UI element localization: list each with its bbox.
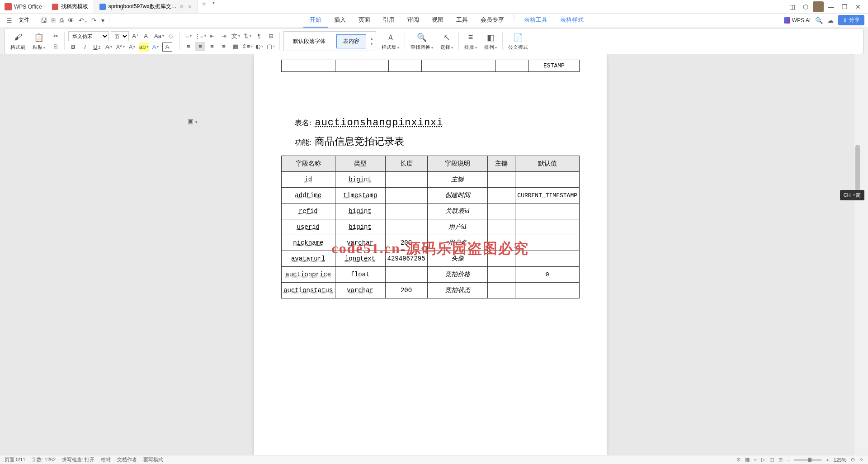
style-table-content[interactable]: 表内容 (336, 34, 366, 48)
status-proof[interactable]: 校对 (101, 456, 111, 463)
select-group[interactable]: ↖ 选择▾ (439, 32, 455, 51)
table-row[interactable]: auctionstatusvarchar200竞拍状态 (282, 283, 580, 298)
more-icon[interactable]: ▾ (101, 17, 104, 24)
align-left-icon[interactable]: ≡ (184, 42, 193, 51)
td-default[interactable] (515, 219, 580, 235)
status-page[interactable]: 页面 0/11 (5, 456, 25, 463)
view-icon-4[interactable]: ▷ (761, 457, 765, 463)
grow-font-icon[interactable]: A⁺ (131, 32, 141, 41)
td-field[interactable]: nickname (282, 235, 335, 251)
table-row[interactable]: refidbigint关联表id (282, 204, 580, 219)
redo-icon[interactable]: ↷ (91, 17, 97, 24)
td-length[interactable] (385, 219, 427, 235)
td-type[interactable]: bigint (335, 204, 385, 219)
number-list-icon[interactable]: ⋮≡▾ (195, 32, 205, 41)
td-pk[interactable] (487, 172, 515, 188)
zoom-value[interactable]: 125% (834, 457, 846, 463)
ime-indicator[interactable]: CH ♂简 (840, 190, 864, 200)
export-icon[interactable]: ⎘ (52, 17, 55, 24)
cloud-icon[interactable]: ☁ (827, 17, 834, 24)
style-default-para[interactable]: 默认段落字体 (287, 35, 332, 48)
view-icon-1[interactable]: ⊙ (736, 457, 741, 463)
td-default[interactable]: CURRENT_TIMESTAMP (515, 188, 580, 204)
zoom-slider[interactable] (794, 459, 821, 461)
table-row[interactable]: useridbigint用户id (282, 219, 580, 235)
table-border-icon[interactable]: ▢▾ (266, 42, 276, 51)
tab-table-tools[interactable]: 表格工具 (518, 13, 554, 28)
table-label[interactable]: 表名: (295, 118, 311, 128)
td-type[interactable]: timestamp (335, 188, 385, 204)
avatar[interactable] (813, 1, 824, 12)
td-field[interactable]: id (282, 172, 335, 188)
document-page[interactable]: ESTAMP 表名: auctionshangpinxinxi 功能: 商品信息… (254, 54, 607, 455)
box-icon[interactable]: ⬡ (799, 0, 812, 13)
td-pk[interactable] (487, 267, 515, 283)
close-button[interactable]: ✕ (852, 0, 864, 13)
td-field[interactable]: auctionstatus (282, 283, 335, 298)
td-desc[interactable]: 头像 (427, 251, 487, 267)
undo-icon[interactable]: ↶▾ (79, 17, 87, 24)
style-set-group[interactable]: Ａ 样式集▾ (380, 32, 401, 51)
align-justify-icon[interactable]: ≡ (219, 42, 229, 51)
status-extra-2[interactable]: ✧ (859, 457, 863, 463)
td-type[interactable]: varchar (335, 235, 385, 251)
copy-icon[interactable]: ⎘ (51, 42, 61, 51)
td-length[interactable]: 200 (385, 235, 427, 251)
tab-member[interactable]: 会员专享 (474, 13, 510, 28)
td-field[interactable]: userid (282, 219, 335, 235)
pin-icon[interactable]: ⊙ (179, 4, 184, 9)
border-icon[interactable]: ⊞ (266, 32, 276, 41)
document-area[interactable]: ▣ ▾ ESTAMP 表名: auctionshangpinxinxi 功能: … (0, 54, 861, 455)
tab-springboot-doc[interactable]: springboot597wx数据库文… ⊙ × (94, 0, 198, 13)
table-row[interactable]: avatarurllongtext4294967295头像 (282, 251, 580, 267)
td-default[interactable] (515, 235, 580, 251)
td-desc[interactable]: 创建时间 (427, 188, 487, 204)
td-desc[interactable]: 主键 (427, 172, 487, 188)
schema-table[interactable]: 字段名称 类型 长度 字段说明 主键 默认值 idbigint主键addtime… (281, 156, 580, 298)
td-pk[interactable] (487, 251, 515, 267)
th-field[interactable]: 字段名称 (282, 156, 335, 172)
td-desc[interactable]: 竞拍价格 (427, 267, 487, 283)
td-field[interactable]: auctionprice (282, 267, 335, 283)
change-case-icon[interactable]: Aa▾ (154, 32, 164, 41)
td-field[interactable]: refid (282, 204, 335, 219)
table-row[interactable]: nicknamevarchar200用户名 (282, 235, 580, 251)
td-pk[interactable] (487, 219, 515, 235)
td-desc[interactable]: 用户id (427, 219, 487, 235)
tab-tools[interactable]: 工具 (450, 13, 474, 28)
td-type[interactable]: bigint (335, 172, 385, 188)
share-button[interactable]: ⇪ 分享 (838, 15, 864, 25)
td-default[interactable]: 0 (515, 267, 580, 283)
table-anchor-icon[interactable]: ▣ ▾ (188, 118, 198, 125)
td-length[interactable] (385, 188, 427, 204)
right-sidebar[interactable] (861, 54, 868, 455)
cut-icon[interactable]: ✂ (51, 32, 61, 41)
table-row[interactable]: auctionpricefloat竞拍价格0 (282, 267, 580, 283)
sort-group[interactable]: ≡ 排版▾ (462, 32, 479, 51)
td-pk[interactable] (487, 204, 515, 219)
td-default[interactable] (515, 251, 580, 267)
zoom-in[interactable]: + (826, 457, 829, 463)
td-pk[interactable] (487, 283, 515, 298)
td-type[interactable]: longtext (335, 251, 385, 267)
zoom-out[interactable]: − (787, 457, 790, 463)
minimize-button[interactable]: — (825, 0, 837, 13)
text-effect-button[interactable]: A▾ (151, 43, 160, 52)
text-direction-icon[interactable]: 文▾ (231, 32, 241, 41)
th-desc[interactable]: 字段说明 (427, 156, 487, 172)
bordered-a-button[interactable]: A (162, 43, 172, 52)
search-icon[interactable]: 🔍 (815, 17, 823, 24)
td-length[interactable]: 4294967295 (385, 251, 427, 267)
td-pk[interactable] (487, 235, 515, 251)
func-label[interactable]: 功能: (295, 138, 311, 147)
td-length[interactable]: 200 (385, 283, 427, 298)
wps-ai-button[interactable]: WPS AI (784, 17, 811, 24)
distribute-icon[interactable]: ▦ (231, 42, 241, 51)
workspace-icon[interactable]: ◫ (786, 0, 798, 13)
find-replace-group[interactable]: 🔍 查找替换▾ (409, 32, 435, 51)
shading-icon[interactable]: ◐▾ (254, 42, 264, 51)
tab-ref[interactable]: 引用 (377, 13, 401, 28)
status-author[interactable]: 文档作者 (117, 456, 137, 463)
bullet-list-icon[interactable]: ≡▾ (184, 32, 193, 41)
tab-dropdown[interactable]: ▾ (211, 0, 217, 13)
